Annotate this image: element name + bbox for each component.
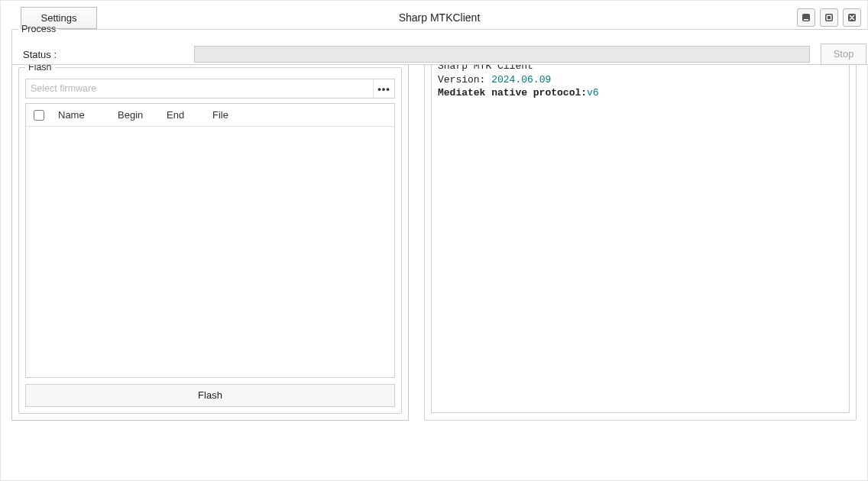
result-line-2b: 2024.06.09 <box>491 74 551 86</box>
result-log[interactable]: Sharp MTK Client Version: 2024.06.09 Med… <box>431 54 850 413</box>
partition-table-header: Name Begin End File <box>26 104 394 127</box>
process-group-legend: Process <box>18 24 59 34</box>
main-content: Flasher Features Network Partition Manag… <box>11 37 857 421</box>
partition-table: Name Begin End File <box>25 103 395 378</box>
header-checkbox-cell <box>26 110 52 121</box>
partition-table-body <box>26 127 394 377</box>
result-line-2a: Version: <box>438 74 491 86</box>
result-line-3a: Mediatek native protocol: <box>438 87 587 98</box>
header-file[interactable]: File <box>206 109 394 121</box>
process-inner: Status : Stop <box>18 40 868 65</box>
tab-body-flasher: Flash ••• Name Begin End <box>11 57 409 421</box>
firmware-input[interactable] <box>26 79 373 98</box>
flash-group: Flash ••• Name Begin End <box>18 62 402 414</box>
process-group: Process Status : Stop <box>11 24 868 65</box>
browse-firmware-button[interactable]: ••• <box>373 79 394 98</box>
svg-rect-1 <box>804 19 808 21</box>
svg-rect-2 <box>825 14 833 21</box>
select-all-checkbox[interactable] <box>34 110 44 121</box>
right-panel: Result Sharp MTK Client Version: 2024.06… <box>424 37 857 421</box>
window-title: Sharp MTKClient <box>97 11 797 24</box>
flash-button[interactable]: Flash <box>25 384 395 407</box>
stop-button[interactable]: Stop <box>821 44 866 65</box>
progress-bar <box>194 46 810 63</box>
result-group: Result Sharp MTK Client Version: 2024.06… <box>424 37 857 421</box>
minimize-icon <box>801 12 811 23</box>
result-line-3b: v6 <box>587 87 599 98</box>
firmware-selector: ••• <box>25 79 395 98</box>
status-label: Status : <box>23 49 183 60</box>
left-panel: Flasher Features Network Partition Manag… <box>11 37 409 421</box>
maximize-icon <box>824 12 834 23</box>
header-end[interactable]: End <box>160 109 206 121</box>
close-icon <box>847 12 857 23</box>
header-name[interactable]: Name <box>52 109 112 121</box>
header-begin[interactable]: Begin <box>112 109 160 121</box>
app-window: Settings Sharp MTKClient <box>0 0 868 481</box>
